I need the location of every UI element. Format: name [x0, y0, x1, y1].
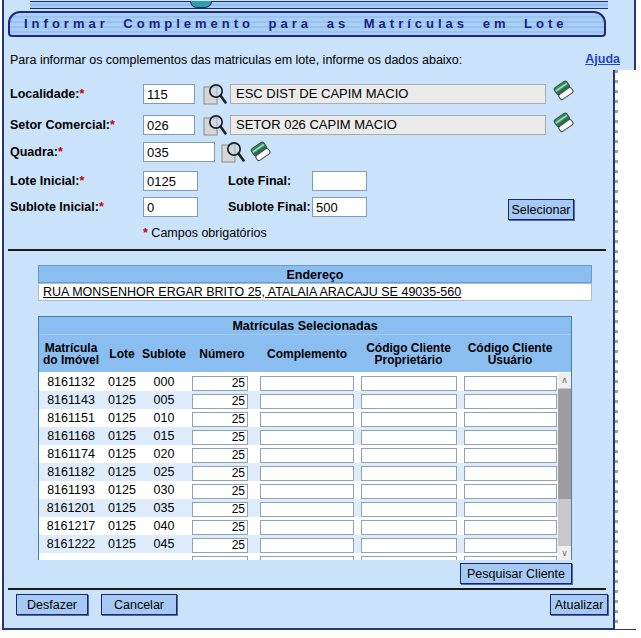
setor-description: SETOR 026 CAPIM MACIO [230, 115, 546, 135]
divider-bottom [8, 588, 606, 590]
complemento-input[interactable] [260, 520, 354, 535]
sublote-cell: 010 [141, 411, 187, 425]
numero-input[interactable] [192, 520, 248, 535]
codigo-cliente-proprietario-input[interactable] [361, 556, 457, 561]
codigo-cliente-usuario-input[interactable] [464, 484, 557, 499]
complemento-input[interactable] [260, 538, 354, 553]
desfazer-button[interactable]: Desfazer [16, 594, 88, 615]
matricula-cell: 8161151 [39, 411, 103, 425]
table-row: 8161201 0125 035 [39, 499, 560, 517]
scrollbar-thumb[interactable] [558, 389, 571, 499]
matricula-cell: 8161201 [39, 501, 103, 515]
codigo-cliente-proprietario-input[interactable] [361, 520, 457, 535]
complemento-input[interactable] [260, 412, 354, 427]
codigo-cliente-proprietario-input[interactable] [361, 394, 457, 409]
lote-inicial-input[interactable] [143, 171, 198, 191]
matriculas-table: Matrículas Selecionadas Matrícula do Imó… [38, 316, 572, 560]
quadra-input[interactable] [143, 142, 215, 162]
matricula-cell: 8161217 [39, 519, 103, 533]
endereco-header: Endereço [38, 265, 592, 283]
complemento-input[interactable] [260, 430, 354, 445]
col-numero: Número [187, 335, 257, 372]
localidade-description: ESC DIST DE CAPIM MACIO [230, 84, 546, 104]
complemento-input[interactable] [260, 394, 354, 409]
localidade-input[interactable] [143, 84, 195, 104]
col-complemento: Complemento [257, 335, 357, 372]
complemento-input[interactable] [260, 466, 354, 481]
codigo-cliente-proprietario-input[interactable] [361, 502, 457, 517]
help-link[interactable]: Ajuda [585, 52, 620, 66]
table-row: 8161193 0125 030 [39, 481, 560, 499]
numero-input[interactable] [192, 484, 248, 499]
codigo-cliente-usuario-input[interactable] [464, 376, 557, 391]
numero-input[interactable] [192, 394, 248, 409]
quadra-eraser-icon[interactable] [249, 139, 273, 163]
atualizar-button[interactable]: Atualizar [550, 594, 608, 615]
codigo-cliente-proprietario-input[interactable] [361, 412, 457, 427]
sublote-final-input[interactable] [312, 197, 367, 217]
codigo-cliente-usuario-input[interactable] [464, 556, 557, 561]
codigo-cliente-usuario-input[interactable] [464, 520, 557, 535]
complemento-input[interactable] [260, 556, 354, 561]
sublote-inicial-input[interactable] [143, 197, 198, 217]
codigo-cliente-usuario-input[interactable] [464, 412, 557, 427]
outer-scrollbar-strip[interactable] [613, 70, 636, 629]
codigo-cliente-proprietario-input[interactable] [361, 430, 457, 445]
scrollbar-ticks [615, 70, 618, 629]
codigo-cliente-usuario-input[interactable] [464, 538, 557, 553]
table-row: 8161168 0125 015 [39, 427, 560, 445]
setor-eraser-icon[interactable] [552, 110, 576, 134]
codigo-cliente-proprietario-input[interactable] [361, 448, 457, 463]
numero-input[interactable] [192, 538, 248, 553]
cancelar-button[interactable]: Cancelar [101, 594, 177, 615]
scroll-down-icon[interactable]: ∨ [558, 546, 571, 560]
lote-cell: 0125 [103, 375, 141, 389]
numero-input[interactable] [192, 502, 248, 517]
scroll-up-icon[interactable]: ∧ [558, 373, 571, 388]
codigo-cliente-proprietario-input[interactable] [361, 466, 457, 481]
numero-input[interactable] [192, 430, 248, 445]
localidade-eraser-icon[interactable] [552, 78, 576, 102]
complemento-input[interactable] [260, 484, 354, 499]
pesquisar-cliente-button[interactable]: Pesquisar Cliente [460, 563, 572, 584]
table-scrollbar[interactable]: ∧ ∨ [558, 373, 571, 560]
complemento-input[interactable] [260, 448, 354, 463]
quadra-label: Quadra:* [10, 145, 63, 159]
codigo-cliente-usuario-input[interactable] [464, 466, 557, 481]
lote-cell: 0125 [103, 447, 141, 461]
sublote-cell: 005 [141, 393, 187, 407]
table-row: 8161132 0125 000 [39, 373, 560, 391]
col-codigo-cliente-usuario: Código Cliente Usuário [460, 335, 560, 372]
numero-input[interactable] [192, 466, 248, 481]
endereco-box: RUA MONSENHOR ERGAR BRITO 25, ATALAIA AR… [38, 283, 592, 301]
selecionar-button[interactable]: Selecionar [508, 199, 574, 220]
lote-final-input[interactable] [312, 171, 367, 191]
lote-cell: 0125 [103, 483, 141, 497]
codigo-cliente-usuario-input[interactable] [464, 502, 557, 517]
complemento-input[interactable] [260, 502, 354, 517]
sublote-cell: 015 [141, 429, 187, 443]
codigo-cliente-usuario-input[interactable] [464, 394, 557, 409]
numero-input[interactable] [192, 448, 248, 463]
sublote-cell: 020 [141, 447, 187, 461]
setor-search-icon[interactable] [203, 113, 227, 137]
divider-top [8, 249, 606, 251]
quadra-search-icon[interactable] [221, 140, 245, 164]
matricula-cell: 8161143 [39, 393, 103, 407]
lote-cell: 0125 [103, 411, 141, 425]
numero-input[interactable] [192, 376, 248, 391]
codigo-cliente-usuario-input[interactable] [464, 448, 557, 463]
localidade-label: Localidade:* [10, 87, 84, 101]
codigo-cliente-proprietario-input[interactable] [361, 484, 457, 499]
localidade-search-icon[interactable] [203, 82, 227, 106]
endereco-link[interactable]: RUA MONSENHOR ERGAR BRITO 25, ATALAIA AR… [43, 285, 461, 299]
setor-input[interactable] [143, 115, 195, 135]
codigo-cliente-proprietario-input[interactable] [361, 376, 457, 391]
codigo-cliente-proprietario-input[interactable] [361, 538, 457, 553]
numero-input[interactable] [192, 556, 248, 561]
table-row: 8161174 0125 020 [39, 445, 560, 463]
col-lote: Lote [103, 335, 141, 372]
complemento-input[interactable] [260, 376, 354, 391]
codigo-cliente-usuario-input[interactable] [464, 430, 557, 445]
numero-input[interactable] [192, 412, 248, 427]
